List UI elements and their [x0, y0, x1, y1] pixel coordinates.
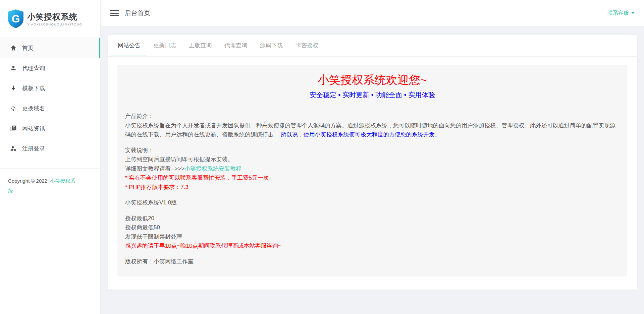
main-column: 后台首页 联系客服 网站公告 更新日志 正版查询 代理查询 源码下载 卡密授权 … — [101, 0, 644, 314]
home-icon — [9, 44, 17, 52]
notice-text: 产品简介： — [125, 113, 154, 119]
notice-text: 授权商最低50 — [125, 224, 160, 231]
app-root: G 小笑授权系统 XIAOXIAOSHOUQUANXITONG 首页 代理查询 — [0, 0, 644, 314]
notice-card: 网站公告 更新日志 正版查询 代理查询 源码下载 卡密授权 小笑授权系统欢迎您~… — [108, 35, 637, 290]
sidebar-item-site-news[interactable]: 网站资讯 — [0, 118, 100, 138]
news-icon — [9, 124, 17, 132]
copyright-text: Copyright © 2022. — [8, 178, 50, 184]
page-title: 后台首页 — [125, 9, 150, 17]
tab-changelog[interactable]: 更新日志 — [147, 35, 182, 56]
notice-text: 详细图文教程请看-->>> — [125, 166, 184, 172]
sidebar-item-change-domain[interactable]: 更换域名 — [0, 98, 100, 118]
menu-toggle-icon[interactable] — [110, 10, 119, 16]
contact-support-button[interactable]: 联系客服 — [607, 10, 635, 17]
sync-icon — [9, 104, 17, 112]
notice-text: 授权最低20 — [125, 215, 154, 222]
logo-text: 小笑授权系统 XIAOXIAOSHOUQUANXITONG — [27, 12, 83, 26]
contact-support-label: 联系客服 — [607, 10, 629, 17]
announcement-subtitle: 安全稳定 • 实时更新 • 功能全面 • 实用体验 — [125, 90, 620, 100]
notice-text: 发现低于限制禁封处理 — [125, 234, 182, 240]
top-header: 后台首页 联系客服 — [101, 0, 644, 26]
sidebar-item-template-download[interactable]: 模板下载 — [0, 78, 100, 98]
sidebar-item-home[interactable]: 首页 — [0, 38, 100, 58]
announcement-title: 小笑授权系统欢迎您~ — [125, 72, 620, 87]
chevron-down-icon — [631, 12, 635, 14]
sidebar-item-label: 网站资讯 — [22, 125, 45, 132]
tab-agent-query[interactable]: 代理查询 — [218, 35, 254, 56]
notice-text: 感兴趣的请于早10点~晚10点期间联系代理商或本站客服咨询~ — [125, 243, 281, 249]
notice-paragraph: 产品简介：小笑授权系统旨在为个人开发者或者开发团队提供一种高效便捷的管理个人源码… — [125, 112, 620, 139]
person-gear-icon — [9, 144, 17, 152]
announcement-body: 产品简介：小笑授权系统旨在为个人开发者或者开发团队提供一种高效便捷的管理个人源码… — [125, 112, 620, 266]
download-arrow-icon — [9, 84, 17, 92]
announcement-panel: 小笑授权系统欢迎您~ 安全稳定 • 实时更新 • 功能全面 • 实用体验 产品简… — [117, 65, 627, 276]
notice-paragraph: 小笑授权系统V1.0版 — [125, 198, 620, 207]
sidebar-item-agent-query[interactable]: 代理查询 — [0, 58, 100, 78]
notice-text: 上传到空间后直接访问即可根据提示安装。 — [125, 156, 233, 163]
notice-paragraph: 版权所有：小笑网络工作室 — [125, 257, 620, 266]
notice-text: 小笑授权系统V1.0版 — [125, 199, 177, 206]
notice-text: 安装说明： — [125, 147, 154, 153]
sidebar-copyright: Copyright © 2022. 小笑授权系统 — [0, 169, 100, 195]
notice-text: * PHP推荐版本要求：7.3 — [125, 184, 189, 190]
notice-text: * 实在不会使用的可以联系客服帮忙安装，手工费5元一次 — [125, 175, 269, 181]
logo[interactable]: G 小笑授权系统 XIAOXIAOSHOUQUANXITONG — [0, 0, 100, 38]
notice-text: 版权所有：小笑网络工作室 — [125, 258, 194, 265]
notice-text: 所以说，使用小笑授权系统便可极大程度的方便您的系统开发。 — [279, 131, 440, 138]
sidebar-item-label: 更换域名 — [22, 105, 45, 112]
tab-source-download[interactable]: 源码下载 — [254, 35, 289, 56]
notice-paragraph: 安装说明：上传到空间后直接访问即可根据提示安装。详细图文教程请看-->>>小笑授… — [125, 146, 620, 192]
brand-subtitle: XIAOXIAOSHOUQUANXITONG — [27, 23, 83, 26]
person-icon — [9, 64, 17, 72]
brand-title: 小笑授权系统 — [27, 12, 83, 22]
sidebar-item-label: 首页 — [22, 44, 34, 52]
content-area: 网站公告 更新日志 正版查询 代理查询 源码下载 卡密授权 小笑授权系统欢迎您~… — [101, 26, 644, 314]
tab-bar: 网站公告 更新日志 正版查询 代理查询 源码下载 卡密授权 — [108, 35, 637, 57]
sidebar-item-label: 注册登录 — [22, 145, 45, 152]
sidebar-item-label: 代理查询 — [22, 64, 45, 72]
notice-paragraph: 授权最低20授权商最低50发现低于限制禁封处理感兴趣的请于早10点~晚10点期间… — [125, 214, 620, 251]
sidebar-menu: 首页 代理查询 模板下载 更换域名 — [0, 38, 100, 159]
sidebar: G 小笑授权系统 XIAOXIAOSHOUQUANXITONG 首页 代理查询 — [0, 0, 101, 314]
logo-shield-icon: G — [7, 9, 24, 28]
install-tutorial-link[interactable]: 小笑授权系统安装教程 — [184, 166, 241, 172]
sidebar-item-label: 模板下载 — [22, 84, 45, 92]
tab-site-announcement[interactable]: 网站公告 — [111, 35, 147, 56]
tab-card-auth[interactable]: 卡密授权 — [289, 35, 325, 56]
tab-genuine-query[interactable]: 正版查询 — [182, 35, 218, 56]
sidebar-item-register-login[interactable]: 注册登录 — [0, 138, 100, 159]
svg-text:G: G — [12, 13, 20, 25]
